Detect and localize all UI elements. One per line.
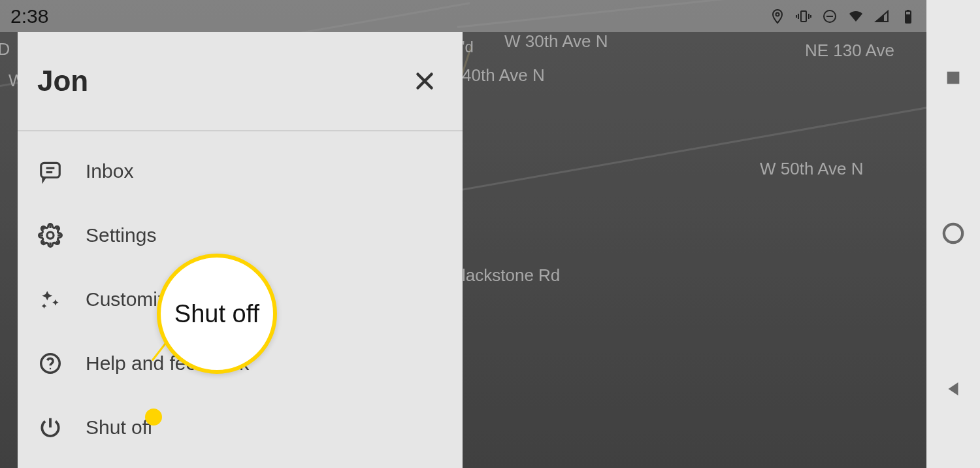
close-button[interactable] — [409, 65, 440, 97]
drawer-title: Jon — [37, 65, 88, 97]
inbox-icon — [37, 158, 63, 184]
drawer-header: Jon — [18, 32, 463, 131]
vibrate-icon — [796, 8, 811, 24]
power-icon — [37, 414, 63, 441]
phone-screen: I D W W 30th Ave N 40th Ave N NE 130 Ave… — [0, 0, 926, 468]
location-icon — [770, 8, 785, 24]
svg-rect-9 — [907, 10, 909, 11]
dnd-icon — [822, 8, 838, 24]
svg-rect-13 — [41, 163, 60, 177]
recents-button[interactable] — [926, 0, 980, 156]
map-label: W 30th Ave N — [504, 31, 608, 52]
wifi-icon — [848, 8, 864, 24]
square-icon — [944, 69, 962, 87]
menu-item-label: Inbox — [86, 160, 133, 182]
menu-item-label: Settings — [86, 224, 156, 246]
svg-point-22 — [944, 224, 962, 242]
svg-point-16 — [47, 232, 54, 239]
callout-text: Shut off — [174, 300, 259, 328]
callout-highlight: Shut off — [157, 254, 277, 374]
status-icons — [770, 8, 916, 24]
android-nav-bar — [926, 0, 980, 468]
svg-point-19 — [50, 368, 52, 370]
map-label: W 50th Ave N — [760, 159, 864, 179]
svg-point-0 — [776, 12, 779, 16]
svg-rect-1 — [801, 11, 806, 22]
close-icon — [413, 69, 436, 93]
svg-rect-10 — [906, 14, 910, 22]
status-bar: 2:38 — [0, 0, 926, 32]
status-time: 2:38 — [10, 5, 48, 27]
viewport: I D W W 30th Ave N 40th Ave N NE 130 Ave… — [0, 0, 980, 468]
help-icon — [37, 350, 63, 376]
back-triangle-icon — [943, 379, 963, 399]
menu-item-label: Shut off — [86, 416, 153, 439]
svg-point-17 — [42, 227, 58, 243]
navigation-drawer: Jon Inbox Settings — [18, 32, 463, 468]
menu-item-inbox[interactable]: Inbox — [18, 139, 463, 203]
battery-icon — [900, 8, 916, 24]
home-button[interactable] — [926, 156, 980, 311]
gear-icon — [37, 222, 63, 248]
menu-item-shutoff[interactable]: Shut off — [18, 395, 463, 460]
map-label: lackstone Rd — [462, 265, 560, 286]
svg-rect-21 — [947, 72, 960, 84]
signal-icon — [874, 8, 890, 24]
map-label: NE 130 Ave — [805, 41, 894, 61]
back-button[interactable] — [926, 311, 980, 467]
sparkle-icon — [37, 286, 63, 312]
map-label: 40th Ave N — [462, 65, 545, 86]
map-label: 'd — [462, 38, 474, 56]
callout-anchor-dot — [145, 409, 162, 426]
map-label: I D — [0, 39, 10, 59]
circle-icon — [942, 222, 964, 244]
